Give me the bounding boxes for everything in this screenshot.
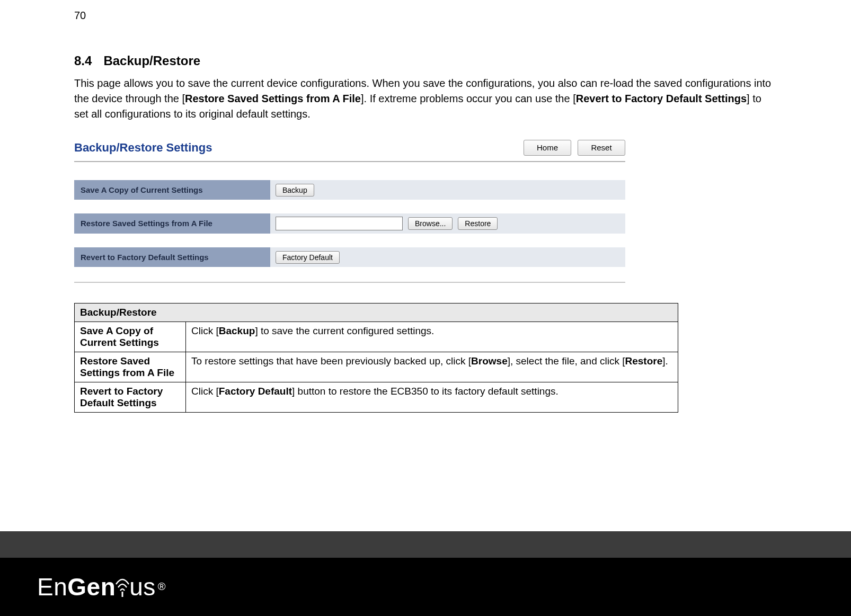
text: To restore settings that have been previ…: [191, 355, 471, 367]
section-title: Backup/Restore: [103, 53, 200, 68]
text: ].: [662, 355, 668, 367]
table-row: Revert to Factory Default Settings Click…: [75, 382, 678, 413]
bold-factory-default: Factory Default: [219, 386, 292, 397]
section-number: 8.4: [74, 53, 92, 68]
brand-text: Gen: [67, 573, 116, 601]
table-label: Save A Copy of Current Settings: [75, 322, 186, 352]
section-heading: 8.4Backup/Restore: [74, 53, 777, 68]
row-restore-file: Restore Saved Settings from A File Brows…: [74, 213, 625, 234]
row-label: Restore Saved Settings from A File: [74, 213, 270, 234]
backup-button[interactable]: Backup: [276, 184, 314, 197]
row-label: Save A Copy of Current Settings: [74, 180, 270, 200]
row-save-copy: Save A Copy of Current Settings Backup: [74, 180, 625, 200]
text: Click [: [191, 386, 219, 397]
brand-text: us: [129, 573, 156, 601]
intro-paragraph: This page allows you to save the current…: [74, 76, 777, 122]
table-value: To restore settings that have been previ…: [186, 352, 678, 382]
footer: EnGenus®: [0, 531, 851, 616]
table-label: Restore Saved Settings from A File: [75, 352, 186, 382]
panel-title: Backup/Restore Settings: [74, 141, 212, 155]
brand-logo: EnGenus®: [37, 573, 166, 601]
page-number: 70: [74, 10, 777, 22]
bold-backup: Backup: [219, 325, 255, 336]
description-table: Backup/Restore Save A Copy of Current Se…: [74, 303, 678, 413]
home-button[interactable]: Home: [524, 140, 571, 156]
restore-file-input[interactable]: [276, 217, 403, 230]
svg-rect-0: [122, 592, 123, 597]
row-factory-default: Revert to Factory Default Settings Facto…: [74, 247, 625, 267]
row-label: Revert to Factory Default Settings: [74, 247, 270, 267]
table-label: Revert to Factory Default Settings: [75, 382, 186, 413]
text: ], select the file, and click [: [508, 355, 625, 367]
screenshot-panel: Backup/Restore Settings Home Reset Save …: [74, 138, 625, 283]
reset-button[interactable]: Reset: [578, 140, 625, 156]
bold-restore: Restore: [625, 355, 662, 367]
restore-button[interactable]: Restore: [458, 217, 498, 230]
wifi-icon: [114, 574, 130, 598]
intro-bold-revert: Revert to Factory Default Settings: [576, 93, 747, 104]
text: ] button to restore the ECB350 to its fa…: [292, 386, 559, 397]
bold-browse: Browse: [471, 355, 508, 367]
brand-text: En: [37, 573, 67, 601]
text: Click [: [191, 325, 219, 336]
intro-text: ]. If extreme problems occur you can use…: [361, 93, 576, 104]
table-value: Click [Factory Default] button to restor…: [186, 382, 678, 413]
factory-default-button[interactable]: Factory Default: [276, 251, 340, 264]
browse-button[interactable]: Browse...: [408, 217, 453, 230]
table-row: Save A Copy of Current Settings Click [B…: [75, 322, 678, 352]
text: ] to save the current configured setting…: [255, 325, 434, 336]
intro-bold-restore: Restore Saved Settings from A File: [185, 93, 361, 104]
registered-mark: ®: [158, 581, 166, 593]
table-row: Restore Saved Settings from A File To re…: [75, 352, 678, 382]
table-header: Backup/Restore: [75, 303, 678, 322]
table-value: Click [Backup] to save the current confi…: [186, 322, 678, 352]
